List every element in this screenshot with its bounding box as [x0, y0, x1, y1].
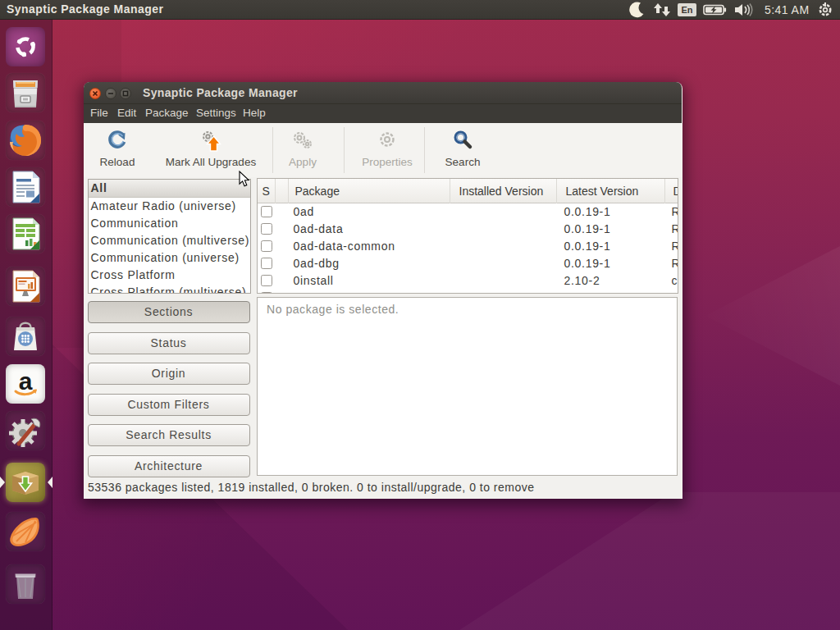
svg-text:a: a [19, 368, 33, 395]
